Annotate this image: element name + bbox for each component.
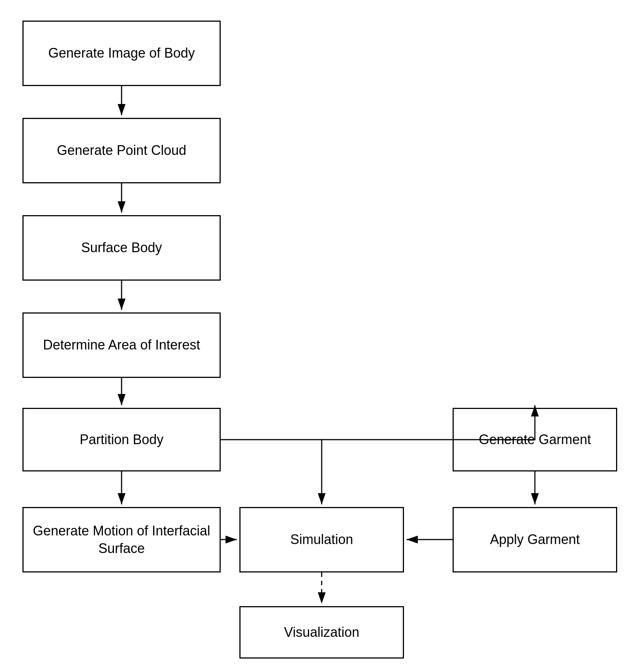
- generate-motion-box: Generate Motion of Interfacial Surface: [22, 507, 221, 572]
- generate-garment-label: Generate Garment: [479, 431, 591, 449]
- arrow-partition-to-simulation: [221, 440, 322, 504]
- generate-motion-label: Generate Motion of Interfacial Surface: [29, 522, 214, 558]
- surface-body-label: Surface Body: [81, 239, 162, 257]
- determine-area-box: Determine Area of Interest: [22, 312, 221, 378]
- generate-garment-box: Generate Garment: [453, 408, 617, 471]
- generate-image-label: Generate Image of Body: [48, 45, 195, 62]
- surface-body-box: Surface Body: [22, 215, 221, 281]
- partition-body-box: Partition Body: [22, 408, 221, 471]
- determine-area-label: Determine Area of Interest: [43, 336, 200, 354]
- generate-point-cloud-box: Generate Point Cloud: [22, 118, 221, 183]
- apply-garment-label: Apply Garment: [490, 531, 580, 549]
- visualization-box: Visualization: [239, 606, 404, 659]
- simulation-box: Simulation: [239, 507, 404, 572]
- flowchart: Generate Image of Body Generate Point Cl…: [0, 0, 637, 672]
- visualization-label: Visualization: [284, 624, 359, 641]
- generate-image-box: Generate Image of Body: [22, 21, 221, 86]
- simulation-label: Simulation: [290, 531, 353, 549]
- partition-body-label: Partition Body: [80, 431, 163, 449]
- apply-garment-box: Apply Garment: [453, 507, 617, 572]
- generate-point-cloud-label: Generate Point Cloud: [57, 142, 186, 159]
